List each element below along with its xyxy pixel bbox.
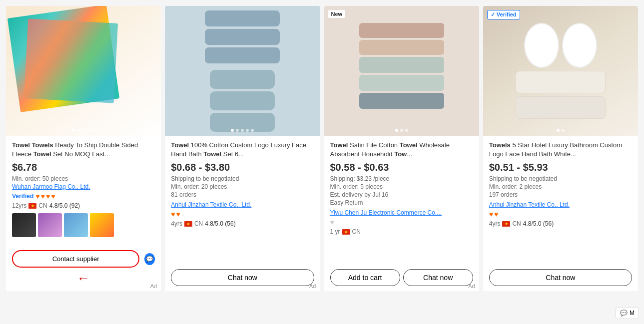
flag-4: ★: [502, 221, 510, 227]
product-orders-2: 81 orders: [171, 191, 314, 198]
contact-supplier-button-1[interactable]: Contact supplier: [12, 250, 139, 268]
supplier-years-2: 4yrs: [171, 220, 182, 227]
product-info-4: Towels 5 Star Hotel Luxury Bathroom Cust…: [483, 136, 638, 265]
bottom-chat-widget[interactable]: 💬 M: [616, 307, 639, 319]
verified-text-1: Verified: [12, 193, 33, 200]
supplier-country-1: CN: [38, 202, 47, 209]
card-footer-2: Chat now: [165, 265, 320, 291]
chat-now-button-2[interactable]: Chat now: [171, 269, 314, 286]
thumbnails-1: [12, 213, 155, 237]
image-dots-2: [231, 129, 254, 132]
supplier-badges-1: Verified ♥♥♥♥: [12, 192, 155, 200]
product-price-3: $0.58 - $0.63: [330, 162, 473, 173]
thumb-1d: [90, 213, 114, 237]
product-info-1: Towel Towels Ready To Ship Double Sided …: [6, 136, 161, 246]
contact-row-1: Contact supplier 💬: [12, 250, 155, 268]
product-card-4: ✓ Verified Towels 5 Star Hotel Luxury Ba…: [483, 6, 638, 291]
product-price-1: $6.78: [12, 162, 155, 173]
supplier-link-2[interactable]: Anhui Jinzhan Textile Co., Ltd.: [171, 201, 314, 208]
supplier-years-1: 12yrs: [12, 202, 26, 209]
card-footer-3: Add to cart Chat now: [324, 265, 479, 291]
thumb-1c: [64, 213, 88, 237]
supplier-rating-2: 4.8/5.0 (56): [205, 220, 235, 227]
chat-now-button-3[interactable]: Chat now: [403, 269, 473, 286]
supplier-link-1[interactable]: Wuhan Jarmoo Flag Co., Ltd.: [12, 183, 155, 190]
supplier-link-4[interactable]: Anhui Jinzhan Textile Co., Ltd.: [489, 201, 632, 208]
product-title-4: Towels 5 Star Hotel Luxury Bathroom Cust…: [489, 141, 632, 159]
ad-label-1: Ad: [150, 283, 157, 289]
flag-3: ★: [342, 229, 350, 235]
supplier-meta-3: 1 yr ★ CN: [330, 228, 473, 235]
product-price-2: $0.68 - $3.80: [171, 162, 314, 173]
product-min-order-2: Min. order: 20 pieces: [171, 183, 314, 190]
product-image-4: ✓ Verified: [483, 6, 638, 136]
product-image-2: [165, 6, 320, 136]
supplier-meta-4: 4yrs ★ CN 4.8/5.0 (56): [489, 220, 632, 227]
easy-return-3: Easy Return: [330, 199, 473, 206]
thumb-1a: [12, 213, 36, 237]
supplier-meta-1: 12yrs ★ CN 4.8/5.0 (92): [12, 202, 155, 209]
product-title-1: Towel Towels Ready To Ship Double Sided …: [12, 141, 155, 159]
product-shipping-3: Shipping: $3.23 /piece: [330, 175, 473, 182]
heart-icons-3: ♥: [330, 218, 334, 226]
ad-label-2: Ad: [309, 283, 316, 289]
supplier-years-3: 1 yr: [330, 228, 340, 235]
image-dots-1: [72, 129, 95, 132]
thumb-1b: [38, 213, 62, 237]
action-row-3: Add to cart Chat now: [330, 269, 473, 286]
product-card-1: Towel Towels Ready To Ship Double Sided …: [6, 6, 161, 291]
card-footer-4: Chat now: [483, 265, 638, 291]
product-shipping-2: Shipping to be negotiated: [171, 175, 314, 182]
flag-2: ★: [184, 221, 192, 227]
supplier-badges-3: ♥: [330, 218, 473, 226]
supplier-badges-2: ♥♥: [171, 210, 314, 218]
product-info-2: Towel 100% Cotton Custom Logo Luxury Fac…: [165, 136, 320, 265]
product-card-2: Towel 100% Cotton Custom Logo Luxury Fac…: [165, 6, 320, 291]
supplier-rating-4: 4.8/5.0 (56): [523, 220, 554, 227]
product-orders-4: 197 orders: [489, 191, 632, 198]
new-badge-3: New: [328, 10, 346, 18]
product-title-2: Towel 100% Cotton Custom Logo Luxury Fac…: [171, 141, 314, 159]
add-to-cart-button-3[interactable]: Add to cart: [330, 269, 400, 286]
heart-icons-2: ♥♥: [171, 210, 180, 218]
product-min-order-4: Min. order: 2 pieces: [489, 183, 632, 190]
heart-icons-1: ♥♥♥♥: [35, 192, 55, 200]
product-card-3: New Towel Satin File Cotton Towel Wholes…: [324, 6, 479, 291]
product-est-delivery-3: Est. delivery by Jul 16: [330, 191, 473, 198]
product-image-1: [6, 6, 161, 136]
red-arrow-1: ←: [77, 271, 90, 286]
arrow-indicator-1: ←: [12, 271, 155, 286]
product-shipping-4: Shipping to be negotiated: [489, 175, 632, 182]
chat-widget-icon: 💬: [620, 310, 628, 317]
product-price-4: $0.51 - $5.93: [489, 162, 632, 173]
flag-1: ★: [28, 203, 36, 209]
supplier-country-3: CN: [352, 228, 361, 235]
image-dots-3: [395, 129, 408, 132]
supplier-years-4: 4yrs: [489, 220, 501, 227]
supplier-badges-4: ♥♥: [489, 210, 632, 218]
chat-widget-label: M: [630, 310, 635, 317]
product-info-3: Towel Satin File Cotton Towel Wholesale …: [324, 136, 479, 265]
product-min-order-1: Min. order: 50 pieces: [12, 175, 155, 182]
heart-icons-4: ♥♥: [489, 210, 499, 218]
supplier-meta-2: 4yrs ★ CN 4.8/5.0 (56): [171, 220, 314, 227]
supplier-link-3[interactable]: Yiwu Chen Ju Electronic Commerce Co....: [330, 209, 473, 216]
verified-img-badge-4: ✓ Verified: [487, 10, 520, 19]
card-footer-1: Contact supplier 💬 ←: [6, 246, 161, 291]
products-grid: Towel Towels Ready To Ship Double Sided …: [0, 0, 644, 297]
supplier-rating-1: 4.8/5.0 (92): [49, 202, 80, 209]
product-title-3: Towel Satin File Cotton Towel Wholesale …: [330, 141, 473, 159]
chat-now-button-4[interactable]: Chat now: [489, 269, 632, 286]
chat-bubble-icon-1: 💬: [144, 253, 155, 265]
ad-label-3: Ad: [468, 283, 475, 289]
product-image-3: New: [324, 6, 479, 136]
product-min-order-3: Min. order: 5 pieces: [330, 183, 473, 190]
image-dots-4: [557, 129, 565, 132]
supplier-country-4: CN: [512, 220, 521, 227]
supplier-country-2: CN: [194, 220, 203, 227]
